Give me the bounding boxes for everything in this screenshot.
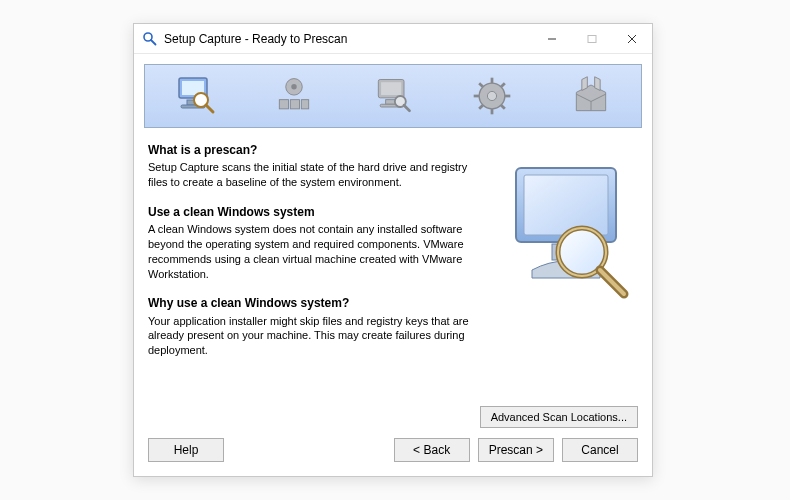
svg-line-30: [501, 105, 505, 109]
window-title: Setup Capture - Ready to Prescan: [164, 32, 532, 46]
svg-rect-16: [301, 100, 308, 109]
advanced-scan-locations-label: Advanced Scan Locations...: [491, 411, 627, 423]
back-button[interactable]: < Back: [394, 438, 470, 462]
svg-rect-14: [279, 100, 288, 109]
svg-point-24: [488, 91, 497, 100]
svg-line-29: [479, 83, 483, 87]
svg-line-1: [151, 40, 156, 45]
cancel-button[interactable]: Cancel: [562, 438, 638, 462]
maximize-button: [572, 24, 612, 53]
build-step-icon: [565, 70, 617, 122]
svg-rect-38: [524, 175, 608, 235]
body-why-clean: Your application installer might skip fi…: [148, 314, 484, 359]
wizard-step-banner: [144, 64, 642, 128]
svg-marker-35: [582, 77, 588, 91]
advanced-scan-locations-button[interactable]: Advanced Scan Locations...: [480, 406, 638, 428]
help-button[interactable]: Help: [148, 438, 224, 462]
svg-point-13: [291, 84, 297, 90]
configure-step-icon: [466, 70, 518, 122]
dialog-window: Setup Capture - Ready to Prescan: [133, 23, 653, 477]
app-icon: [142, 31, 158, 47]
svg-line-11: [206, 105, 213, 112]
minimize-button[interactable]: [532, 24, 572, 53]
heading-why-clean: Why use a clean Windows system?: [148, 295, 484, 311]
illustration: [496, 142, 638, 398]
svg-line-43: [600, 270, 624, 294]
svg-marker-36: [595, 77, 601, 91]
heading-clean-system: Use a clean Windows system: [148, 204, 484, 220]
content-area: What is a prescan? Setup Capture scans t…: [134, 142, 652, 398]
wizard-footer: Help < Back Prescan > Cancel: [134, 428, 652, 476]
svg-line-22: [404, 105, 410, 111]
install-step-icon: [367, 70, 419, 122]
svg-rect-15: [290, 100, 299, 109]
body-clean-system: A clean Windows system does not contain …: [148, 222, 484, 281]
window-controls: [532, 24, 652, 53]
explanation-text: What is a prescan? Setup Capture scans t…: [148, 142, 484, 398]
svg-line-31: [501, 83, 505, 87]
scan-step-icon: [268, 70, 320, 122]
prescan-step-icon: [169, 70, 221, 122]
heading-what-is-prescan: What is a prescan?: [148, 142, 484, 158]
title-bar: Setup Capture - Ready to Prescan: [134, 24, 652, 54]
svg-rect-18: [381, 82, 401, 95]
close-button[interactable]: [612, 24, 652, 53]
prescan-button[interactable]: Prescan >: [478, 438, 554, 462]
svg-line-32: [479, 105, 483, 109]
body-what-is-prescan: Setup Capture scans the initial state of…: [148, 160, 484, 190]
svg-rect-3: [588, 35, 596, 42]
